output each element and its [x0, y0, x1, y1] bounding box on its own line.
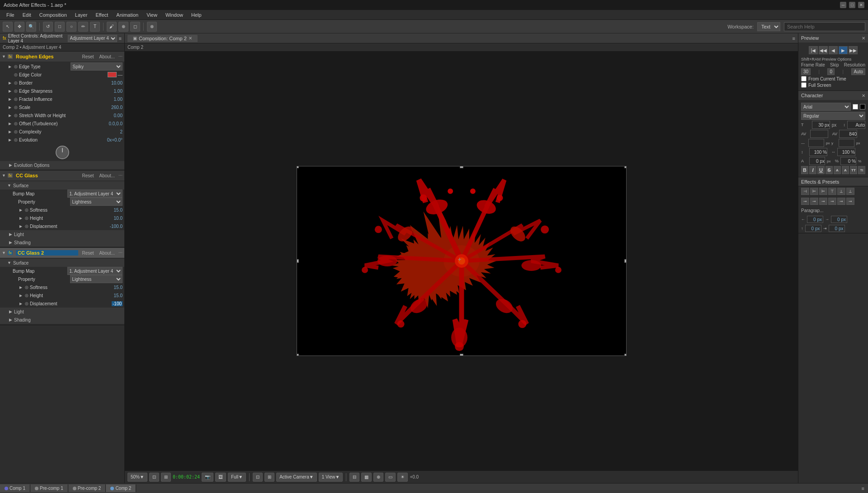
offset-value[interactable]: 0.0,0.0	[108, 121, 123, 126]
show-snapshot-btn[interactable]: 🖼	[215, 473, 226, 482]
border-value[interactable]: 10.00	[111, 81, 123, 85]
kerning-input[interactable]	[810, 130, 828, 138]
preview-play[interactable]: ▶	[839, 46, 848, 54]
cc-glass-light-group[interactable]: ▶ Light	[0, 230, 124, 238]
roughen-edges-header[interactable]: ▼ fx Roughen Edges Reset About... ⋯	[0, 52, 124, 62]
cc-glass-softness-value[interactable]: 15.0	[114, 208, 123, 213]
cc-glass-height-value[interactable]: 10.0	[114, 216, 123, 221]
strikethrough-button[interactable]: S	[826, 166, 833, 174]
menu-window[interactable]: Window	[162, 11, 187, 19]
active-camera-btn[interactable]: Active Camera ▼	[276, 473, 316, 482]
tool-text[interactable]: T	[90, 22, 100, 32]
scale-toggle[interactable]: ▶	[7, 104, 13, 110]
complexity-value[interactable]: 2	[120, 129, 123, 134]
canvas-handle-bm[interactable]	[460, 354, 463, 356]
cc-glass-2-height-value[interactable]: 15.0	[114, 293, 123, 298]
scale-value[interactable]: 260.0	[111, 105, 123, 110]
menu-file[interactable]: File	[3, 11, 18, 19]
exposure-btn[interactable]: ☀	[397, 473, 408, 482]
canvas-handle-bl[interactable]	[297, 354, 299, 356]
cc-glass-surface-group[interactable]: ▼ Surface	[0, 181, 124, 190]
font-color-chip[interactable]	[853, 104, 858, 109]
tool-shape2[interactable]: ○	[66, 22, 76, 32]
zoom-display[interactable]: 50% ▼	[127, 473, 147, 482]
canvas-handle-mr[interactable]	[624, 259, 627, 263]
vert-scale-input[interactable]	[809, 148, 827, 156]
cc-glass-2-bump-map-select[interactable]: 1. Adjustment Layer 4	[67, 267, 123, 275]
cc-glass-2-reset[interactable]: Reset	[80, 251, 95, 256]
subscript-button[interactable]: A	[842, 166, 849, 174]
cc-glass-header[interactable]: ▼ fx CC Glass Reset About... ⋯	[0, 171, 124, 180]
cc-glass-2-about[interactable]: About...	[98, 251, 117, 256]
layer-select[interactable]: Adjustment Layer 4	[68, 35, 117, 42]
align-bottom-btn[interactable]: ⊥	[846, 188, 854, 195]
tool-eraser[interactable]: ◻	[130, 22, 140, 32]
cc-glass-2-softness-value[interactable]: 15.0	[114, 285, 123, 290]
cc-glass-softness-toggle[interactable]: ▶	[18, 207, 24, 213]
align-right-btn[interactable]: ⊢	[819, 188, 827, 195]
resolution-btn[interactable]: ⊞	[161, 473, 171, 482]
grid-btn[interactable]: ⊞	[264, 473, 274, 482]
baseline-input[interactable]	[809, 157, 825, 165]
frame-rate-value[interactable]: 30	[801, 68, 811, 75]
cc-glass-2-surface-group[interactable]: ▼ Surface	[0, 259, 124, 267]
horiz-scale-input[interactable]	[837, 148, 855, 156]
speedup-value[interactable]: +0.0	[410, 474, 419, 479]
canvas-handle-tl[interactable]	[297, 166, 299, 168]
tool-select[interactable]: ↖	[3, 22, 13, 32]
align-top-btn[interactable]: ⊤	[828, 188, 836, 195]
tab-comp1[interactable]: Comp 1	[0, 484, 30, 492]
cc-glass-height-toggle[interactable]: ▶	[18, 215, 24, 221]
edge-type-toggle[interactable]: ▶	[7, 64, 13, 69]
style-select[interactable]: Regular	[801, 112, 865, 120]
italic-button[interactable]: I	[809, 166, 816, 174]
align-hcenter-btn[interactable]: ⊢	[810, 188, 818, 195]
superscript-button[interactable]: A	[834, 166, 841, 174]
evolution-options-group[interactable]: ▶ Evolution Options	[0, 161, 124, 169]
roughen-edges-about[interactable]: About...	[98, 54, 117, 59]
allcaps-button[interactable]: TT	[850, 166, 857, 174]
fractal-influence-value[interactable]: 1.00	[114, 97, 123, 102]
menu-animation[interactable]: Animation	[113, 11, 142, 19]
panel-menu-icon[interactable]: ≡	[119, 36, 122, 41]
comp-tab[interactable]: ▣ Composition: Comp 2 ✕	[127, 35, 198, 42]
dist-top-btn[interactable]: ⊸	[828, 198, 836, 205]
tool-paint[interactable]: 🖌	[107, 22, 117, 32]
cc-glass-displacement-toggle[interactable]: ▶	[18, 223, 24, 229]
color-mgmt-btn[interactable]: ⊕	[373, 473, 383, 482]
safe-zones-btn[interactable]: ⊟	[349, 473, 359, 482]
frame-size-btn[interactable]: ⊡	[149, 473, 159, 482]
menu-view[interactable]: View	[143, 11, 161, 19]
tool-zoom[interactable]: 🔍	[26, 22, 36, 32]
tab-precomp1[interactable]: Pre-comp 1	[30, 484, 68, 492]
align-vcenter-btn[interactable]: ⊥	[837, 188, 845, 195]
timeline-panel-menu[interactable]: ≡	[858, 486, 868, 491]
menu-effect[interactable]: Effect	[92, 11, 112, 19]
skip-value[interactable]: 0	[827, 68, 835, 75]
cc-glass-shading-group[interactable]: ▶ Shading	[0, 238, 124, 246]
dist-left-btn[interactable]: ⊸	[801, 198, 809, 205]
transparency-btn[interactable]: ⊡	[253, 473, 263, 482]
border-toggle[interactable]: ▶	[7, 80, 13, 85]
search-help-input[interactable]	[784, 22, 865, 31]
tool-shape1[interactable]: □	[55, 22, 65, 32]
stretch-value[interactable]: 0.00	[114, 113, 123, 118]
offset-toggle[interactable]: ▶	[7, 121, 13, 126]
dist-hcenter-btn[interactable]: ⊸	[810, 198, 818, 205]
cc-glass-2-property-select[interactable]: Lightness	[70, 275, 123, 283]
margin-right-input[interactable]	[831, 216, 847, 223]
full-screen-checkbox[interactable]	[801, 82, 807, 88]
menu-edit[interactable]: Edit	[19, 11, 35, 19]
px-input[interactable]	[808, 139, 824, 147]
dist-bottom-btn[interactable]: ⊸	[846, 198, 854, 205]
from-current-time-checkbox[interactable]	[801, 76, 807, 81]
indent-input[interactable]	[829, 225, 845, 232]
menu-layer[interactable]: Layer	[71, 11, 91, 19]
cc-glass-2-height-toggle[interactable]: ▶	[18, 293, 24, 298]
comp-panel-menu[interactable]: ≡	[793, 36, 795, 41]
canvas-handle-tr[interactable]	[624, 166, 627, 168]
tool-stamp[interactable]: ⊕	[118, 22, 128, 32]
dist-vcenter-btn[interactable]: ⊸	[837, 198, 845, 205]
font-size-input[interactable]	[812, 121, 830, 129]
preview-section-header[interactable]: Preview ✕	[798, 33, 868, 43]
